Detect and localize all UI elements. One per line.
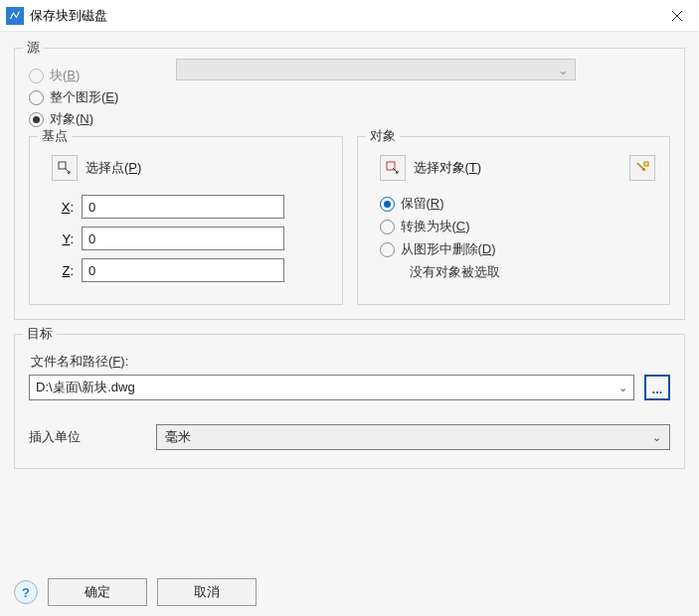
select-objects-label: 选择对象(T): [414, 159, 482, 177]
pick-point-button[interactable]: [52, 155, 78, 181]
objects-status: 没有对象被选取: [410, 263, 656, 281]
radio-retain[interactable]: 保留(R): [380, 195, 656, 213]
radio-block-input: [29, 69, 44, 83]
footer: ? 确定 取消: [14, 566, 685, 610]
unit-value: 毫米: [165, 428, 652, 446]
unit-combo[interactable]: 毫米 ⌄: [156, 424, 670, 450]
help-button[interactable]: ?: [14, 580, 38, 604]
path-value: D:\桌面\新块.dwg: [36, 379, 618, 396]
radio-block-label: 块(B): [50, 67, 80, 84]
unit-label: 插入单位: [29, 428, 156, 446]
titlebar: 保存块到磁盘: [0, 0, 699, 32]
radio-delete[interactable]: 从图形中删除(D): [380, 240, 656, 258]
radio-delete-label: 从图形中删除(D): [401, 240, 496, 258]
close-button[interactable]: [655, 0, 699, 32]
pick-point-label: 选择点(P): [86, 159, 141, 177]
radio-convert-label: 转换为块(C): [401, 218, 470, 235]
chevron-down-icon: ⌄: [558, 63, 569, 77]
x-row: X:: [52, 195, 328, 219]
radio-retain-input[interactable]: [380, 197, 395, 212]
radio-objects-label: 对象(N): [50, 110, 93, 128]
radio-convert[interactable]: 转换为块(C): [380, 218, 656, 235]
x-label: X:: [52, 200, 74, 215]
z-row: Z:: [52, 258, 328, 282]
y-label: Y:: [52, 231, 74, 246]
basepoint-legend: 基点: [38, 127, 72, 145]
z-input[interactable]: [82, 258, 284, 282]
quick-select-button[interactable]: [629, 155, 655, 181]
radio-retain-label: 保留(R): [401, 195, 444, 213]
path-combo[interactable]: D:\桌面\新块.dwg ⌄: [29, 375, 634, 400]
chevron-down-icon[interactable]: ⌄: [652, 431, 661, 444]
source-legend: 源: [23, 39, 44, 57]
target-legend: 目标: [23, 325, 57, 343]
path-label: 文件名和路径(F):: [31, 353, 670, 371]
svg-rect-2: [644, 162, 648, 166]
cancel-button[interactable]: 取消: [157, 578, 257, 606]
z-label: Z:: [52, 263, 74, 278]
radio-whole-drawing[interactable]: 整个图形(E): [29, 88, 670, 106]
radio-whole-input[interactable]: [29, 90, 44, 105]
ok-button[interactable]: 确定: [48, 578, 147, 606]
dialog-content: 源 ⌄ 块(B) 整个图形(E) 对象(N) 基点 选择点(P): [0, 32, 699, 616]
radio-objects[interactable]: 对象(N): [29, 110, 670, 128]
select-objects-button[interactable]: [380, 155, 406, 181]
radio-convert-input[interactable]: [380, 220, 395, 234]
window-title: 保存块到磁盘: [30, 7, 655, 25]
objects-group: 对象 选择对象(T) 保留(R): [357, 136, 671, 305]
app-icon: [6, 7, 24, 25]
block-name-dropdown: ⌄: [176, 59, 576, 80]
y-row: Y:: [52, 227, 328, 250]
target-group: 目标 文件名和路径(F): D:\桌面\新块.dwg ⌄ ... 插入单位 毫米…: [14, 334, 685, 469]
radio-delete-input[interactable]: [380, 242, 395, 257]
objects-legend: 对象: [366, 127, 400, 145]
radio-objects-input[interactable]: [29, 112, 44, 127]
radio-whole-label: 整个图形(E): [50, 88, 118, 106]
chevron-down-icon[interactable]: ⌄: [618, 382, 627, 394]
basepoint-group: 基点 选择点(P) X: Y: Z:: [29, 136, 343, 305]
browse-button[interactable]: ...: [644, 375, 670, 400]
source-group: 源 ⌄ 块(B) 整个图形(E) 对象(N) 基点 选择点(P): [14, 48, 685, 320]
svg-rect-0: [59, 162, 66, 169]
y-input[interactable]: [82, 227, 284, 250]
x-input[interactable]: [82, 195, 284, 219]
